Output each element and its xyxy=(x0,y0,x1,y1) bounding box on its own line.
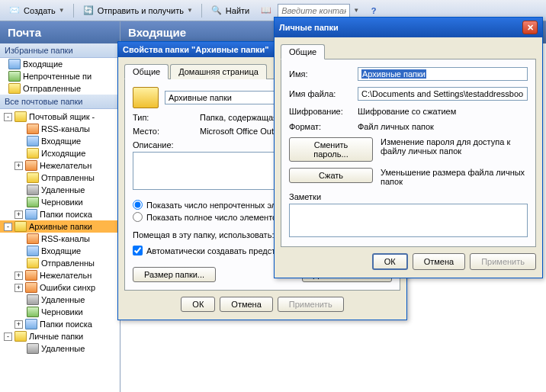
tree-item[interactable]: Отправленны xyxy=(0,257,120,269)
expand-icon[interactable]: + xyxy=(14,320,23,329)
folder-icon xyxy=(27,343,39,354)
folder-label: Архивные папки xyxy=(29,222,92,231)
tree-item[interactable]: Входящие xyxy=(0,135,120,147)
tree-item[interactable]: Удаленные xyxy=(0,342,120,355)
apply-button[interactable]: Применить xyxy=(470,253,536,270)
tree-item[interactable]: -Личные папки xyxy=(0,330,120,342)
fav-item[interactable]: Отправленные xyxy=(0,82,120,95)
book-icon: 📖 xyxy=(260,5,272,17)
folder-icon xyxy=(27,136,39,146)
cancel-button[interactable]: Отмена xyxy=(413,253,465,270)
tree-item[interactable]: -Архивные папки xyxy=(0,220,120,233)
tab-general[interactable]: Общие xyxy=(281,44,325,59)
notes-input[interactable] xyxy=(289,204,528,237)
tree-item[interactable]: +Папки поиска xyxy=(0,208,120,220)
expand-icon[interactable]: - xyxy=(4,223,12,231)
compact-button[interactable]: Сжать xyxy=(289,168,373,183)
compact-desc: Уменьшение размера файла личных папок xyxy=(381,168,528,186)
folder-icon xyxy=(27,233,39,244)
apply-button[interactable]: Применить xyxy=(278,297,344,312)
find-button[interactable]: 🔍 Найти xyxy=(205,2,255,19)
folder-label: Отправленны xyxy=(41,259,95,268)
file-label: Имя файла: xyxy=(289,89,358,98)
radio-unread-input[interactable] xyxy=(133,200,143,210)
auto-create-checkbox[interactable] xyxy=(133,246,143,255)
name-input[interactable]: Архивные папки xyxy=(358,67,528,81)
close-icon: ✕ xyxy=(527,23,534,33)
format-label: Формат: xyxy=(289,122,358,131)
tree-item[interactable]: Удаленные xyxy=(0,184,120,196)
tree-item[interactable]: Отправленны xyxy=(0,172,120,184)
close-button[interactable]: ✕ xyxy=(522,21,538,34)
folder-label: Удаленные xyxy=(41,344,85,353)
tab-homepage[interactable]: Домашняя страница xyxy=(170,64,267,79)
folder-icon xyxy=(27,124,39,134)
expand-icon[interactable]: - xyxy=(4,113,12,121)
tree-item[interactable]: +Ошибки синхр xyxy=(0,281,120,294)
folder-icon xyxy=(8,71,21,82)
folder-icon xyxy=(27,185,39,195)
expand-icon[interactable]: + xyxy=(14,162,23,170)
tree-item[interactable]: Исходящие xyxy=(0,147,120,159)
format-value: Файл личных папок xyxy=(358,122,528,131)
send-receive-label: Отправить и получить xyxy=(98,6,184,15)
radio-unread-label: Показать число непрочтенных элем xyxy=(146,201,287,210)
change-password-button[interactable]: Сменить пароль... xyxy=(289,137,373,162)
fav-item[interactable]: Непрочтенные пи xyxy=(0,70,120,82)
expand-icon[interactable]: + xyxy=(14,284,23,292)
dialog-titlebar[interactable]: Личные папки ✕ xyxy=(275,18,542,37)
folder-label: Папки поиска xyxy=(40,210,92,219)
expand-icon[interactable]: + xyxy=(14,210,23,219)
tree-item[interactable]: +Папки поиска xyxy=(0,318,120,330)
chevron-down-icon: ▼ xyxy=(187,7,193,14)
folder-icon xyxy=(27,258,39,268)
tree-item[interactable]: Черновики xyxy=(0,196,120,208)
tab-general[interactable]: Общие xyxy=(124,64,169,79)
tree-item[interactable]: RSS-каналы xyxy=(0,123,120,135)
folder-icon xyxy=(14,331,27,342)
folder-label: Личные папки xyxy=(29,332,83,341)
folder-icon xyxy=(27,197,39,207)
folder-icon xyxy=(25,319,37,329)
folder-size-button[interactable]: Размер папки... xyxy=(133,267,216,282)
send-receive-button[interactable]: 🔄 Отправить и получить ▼ xyxy=(77,2,198,19)
tree-item[interactable]: Удаленные xyxy=(0,294,120,306)
create-label: Создать xyxy=(24,6,56,15)
folder-icon xyxy=(25,209,37,220)
radio-total-input[interactable] xyxy=(133,212,143,222)
folder-label: Непрочтенные пи xyxy=(23,72,92,81)
all-folders-header[interactable]: Все почтовые папки xyxy=(0,95,120,109)
name-value: Архивные папки xyxy=(361,69,426,79)
tree-item[interactable]: Черновики xyxy=(0,306,120,318)
tree-item[interactable]: -Почтовый ящик - xyxy=(0,111,120,123)
favorite-list: ВходящиеНепрочтенные пиОтправленные xyxy=(0,58,120,95)
name-label: Имя: xyxy=(289,69,358,79)
tabs: Общие xyxy=(281,43,536,59)
expand-icon[interactable]: - xyxy=(4,333,12,341)
tree-item[interactable]: +Нежелательн xyxy=(0,159,120,172)
folder-icon xyxy=(8,83,21,94)
ok-button[interactable]: ОК xyxy=(372,253,408,270)
folder-label: Черновики xyxy=(41,198,83,207)
expand-icon[interactable]: + xyxy=(14,272,23,280)
cancel-button[interactable]: Отмена xyxy=(220,297,272,312)
folder-icon xyxy=(14,221,27,232)
tree-item[interactable]: RSS-каналы xyxy=(0,233,120,245)
folder-label: Входящие xyxy=(41,137,81,146)
create-button[interactable]: ✉️ Создать ▼ xyxy=(3,2,70,19)
tree-item[interactable]: Входящие xyxy=(0,245,120,257)
folder-icon xyxy=(14,111,27,122)
fav-item[interactable]: Входящие xyxy=(0,58,120,70)
file-input[interactable] xyxy=(358,87,528,101)
folder-icon xyxy=(27,307,39,317)
tree-item[interactable]: +Нежелательн xyxy=(0,269,120,281)
favorite-folders-header[interactable]: Избранные папки xyxy=(0,43,120,58)
folder-label: Отправленные xyxy=(23,84,81,93)
mail-header: Почта xyxy=(0,21,120,43)
folder-icon xyxy=(8,59,21,69)
folder-label: Ошибки синхр xyxy=(40,283,95,292)
contact-search-input[interactable] xyxy=(278,4,350,18)
ok-button[interactable]: ОК xyxy=(181,297,215,312)
location-label: Место: xyxy=(133,127,194,136)
folder-large-icon xyxy=(133,87,159,108)
